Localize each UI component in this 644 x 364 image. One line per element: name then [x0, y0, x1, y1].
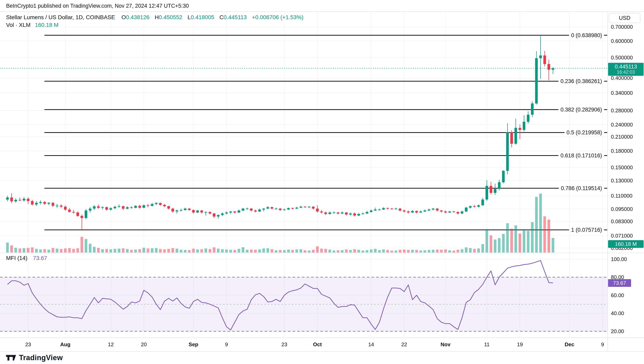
date-tick-label: Oct — [313, 341, 322, 348]
fib-level-label: 1 (0.075716) — [569, 227, 604, 233]
date-tick-label: Nov — [440, 341, 450, 348]
volume-axis-badge: 160.18 M — [608, 240, 644, 248]
open-value: O0.438126 — [122, 14, 150, 21]
chart-root: { "header": { "attribution": "BeInCrypto… — [0, 0, 644, 364]
fib-level-label: 0.382 (0.282906) — [558, 107, 604, 113]
price-tick-label: 0.071000 — [611, 232, 633, 239]
price-tick-label: 0.240000 — [611, 121, 633, 128]
mfi-tick-label: 40.00 — [611, 310, 624, 316]
mfi-tick-label: 20.00 — [611, 328, 624, 334]
fib-level-label: 0.236 (0.386261) — [558, 78, 604, 84]
high-value: H0.450552 — [155, 14, 182, 21]
fib-level-label: 0.618 (0.171016) — [558, 152, 604, 159]
volume-value: 160.18 M — [35, 22, 58, 28]
close-value: C0.445113 — [220, 14, 247, 21]
date-tick-label: 19 — [517, 341, 523, 348]
volume-label: Vol · XLM — [6, 22, 30, 28]
price-tick-label: 0.340000 — [611, 90, 633, 96]
date-tick-label: 20 — [141, 341, 147, 348]
footer: TradingView — [6, 353, 63, 362]
symbol-legend: Stellar Lumens / US Dollar, 1D, COINBASE… — [6, 14, 304, 21]
last-price-value: 0.445113 — [608, 64, 644, 70]
price-tick-label: 0.600000 — [611, 38, 633, 44]
date-tick-label: Dec — [565, 341, 574, 348]
low-value: L0.418005 — [188, 14, 214, 21]
price-tick-label: 0.130000 — [611, 177, 633, 184]
price-tick-label: 0.150000 — [611, 164, 633, 171]
price-tick-label: 0.083000 — [611, 218, 633, 225]
date-tick-label: 9 — [601, 341, 604, 348]
date-tick-label: 11 — [484, 341, 490, 348]
date-tick-label: 22 — [401, 341, 407, 348]
price-tick-label: 0.095000 — [611, 206, 633, 212]
symbol-title: Stellar Lumens / US Dollar, 1D, COINBASE — [6, 14, 115, 21]
last-price-badge: 0.445113 16:42:03 — [608, 63, 644, 76]
price-tick-label: 0.180000 — [611, 148, 633, 154]
price-tick-label: 0.500000 — [611, 55, 633, 61]
date-tick-label: Aug — [60, 341, 70, 348]
countdown-timer: 16:42:03 — [608, 70, 644, 75]
date-tick-label: 23 — [282, 341, 287, 348]
date-tick-label: 9 — [225, 341, 228, 348]
price-tick-label: 0.700000 — [611, 24, 633, 30]
time-axis[interactable] — [0, 338, 608, 351]
fib-level-label: 0.786 (0.119514) — [559, 185, 604, 191]
date-tick-label: 12 — [108, 341, 114, 348]
date-tick-label: 23 — [25, 341, 31, 348]
price-tick-label: 0.400000 — [611, 75, 633, 81]
brand-name: TradingView — [19, 353, 63, 362]
price-tick-label: 0.280000 — [611, 108, 633, 114]
change-value: +0.006706 (+1.53%) — [252, 14, 304, 21]
currency-toggle-button[interactable]: USD — [609, 13, 640, 23]
fib-level-label: 0.5 (0.219958) — [564, 130, 604, 136]
mfi-value: 73.67 — [33, 255, 47, 261]
price-pane[interactable] — [0, 12, 608, 253]
tradingview-logo-icon[interactable] — [6, 354, 16, 362]
mfi-legend: MFI (14) 73.67 — [6, 255, 47, 261]
price-tick-label: 0.210000 — [611, 134, 633, 140]
mfi-label: MFI (14) — [6, 255, 28, 261]
price-tick-label: 0.110000 — [611, 193, 632, 199]
fib-level-label: 0 (0.638980) — [569, 32, 604, 38]
mfi-tick-label: 60.00 — [611, 292, 624, 298]
date-tick-label: 14 — [368, 341, 374, 348]
date-tick-label: Sep — [188, 341, 198, 348]
mfi-pane[interactable] — [0, 253, 608, 338]
mfi-axis-badge: 73.67 — [608, 279, 631, 287]
mfi-tick-label: 100.00 — [611, 256, 627, 262]
volume-legend: Vol · XLM 160.18 M — [6, 22, 58, 28]
